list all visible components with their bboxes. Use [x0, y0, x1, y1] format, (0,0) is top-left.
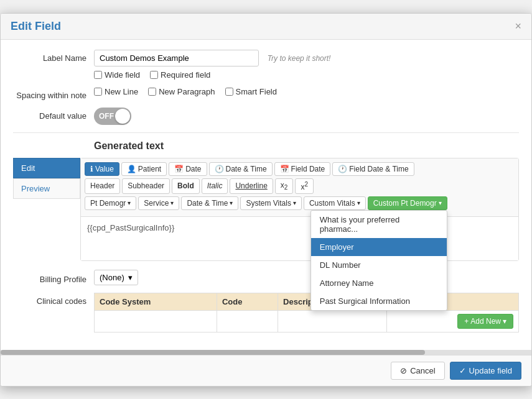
- billing-label: Billing Profile: [13, 271, 94, 284]
- service-button[interactable]: Service: [138, 196, 179, 210]
- custom-vitals-button[interactable]: Custom Vitals: [304, 196, 366, 210]
- wide-field-checkbox[interactable]: [94, 71, 102, 79]
- sidebar: Edit Preview: [13, 158, 80, 261]
- check-icon: ✓: [459, 366, 466, 375]
- subheader-button[interactable]: Subheader: [122, 178, 170, 194]
- date-time2-button[interactable]: Date & Time: [181, 196, 238, 210]
- dropdown-item-0[interactable]: What is your preferred pharmac...: [311, 211, 447, 238]
- service-label: Service: [144, 199, 169, 208]
- smart-field-label: Smart Field: [236, 87, 277, 96]
- default-value-content: OFF: [94, 108, 519, 125]
- update-label: Update field: [469, 366, 512, 375]
- scrollbar-thumb: [1, 350, 425, 355]
- add-new-label: Add New: [470, 317, 501, 326]
- smart-field-checkbox[interactable]: [225, 88, 233, 96]
- system-vitals-button[interactable]: System Vitals: [240, 196, 301, 210]
- toggle-container[interactable]: OFF: [94, 108, 519, 125]
- cancel-button[interactable]: ⊘ Cancel: [391, 362, 444, 380]
- default-value-label: Default value: [13, 108, 94, 121]
- superscript-button[interactable]: x2: [295, 178, 314, 194]
- field-date-label: Field Date: [291, 165, 325, 173]
- dropdown-item-3[interactable]: Attorney Name: [311, 274, 447, 292]
- preview-label: Preview: [21, 184, 50, 193]
- info-icon: ℹ: [90, 165, 93, 173]
- new-paragraph-option[interactable]: New Paragraph: [148, 87, 215, 96]
- update-button[interactable]: ✓ Update field: [450, 362, 521, 380]
- required-field-option[interactable]: Required field: [150, 70, 210, 80]
- clock2-icon: 🕐: [338, 165, 347, 173]
- dropdown-item-1[interactable]: Employer: [311, 238, 447, 256]
- field-date-time-button[interactable]: 🕐 Field Date & Time: [332, 162, 414, 176]
- col-code: Code: [217, 293, 278, 310]
- person-icon: 👤: [127, 165, 136, 173]
- system-vitals-label: System Vitals: [246, 199, 291, 208]
- header-label: Header: [90, 181, 114, 190]
- close-button[interactable]: ×: [515, 21, 521, 32]
- date-button[interactable]: 📅 Date: [169, 162, 207, 176]
- dropdown-item-label-3: Attorney Name: [320, 278, 374, 288]
- empty-code-system: [95, 310, 217, 332]
- cancel-label: Cancel: [410, 366, 435, 375]
- date-time-button[interactable]: 🕐 Date & Time: [209, 162, 273, 176]
- modal-header: Edit Field ×: [1, 14, 531, 40]
- toggle-knob: [115, 109, 130, 124]
- sup-label: x2: [301, 181, 308, 191]
- smart-field-option[interactable]: Smart Field: [225, 87, 277, 96]
- clinical-content: Code System Code Description: [94, 293, 519, 332]
- empty-description: [278, 310, 387, 332]
- required-field-checkbox[interactable]: [150, 71, 158, 79]
- spacing-row: Spacing within note New Line New Paragra…: [13, 87, 519, 100]
- field-date-button[interactable]: 📅 Field Date: [274, 162, 331, 176]
- editor-area[interactable]: {{cpd_PastSurgicalInfo}}: [81, 217, 518, 260]
- plus-icon: +: [464, 317, 469, 326]
- field-options-row: Wide field Required field: [94, 70, 519, 80]
- col-code-system: Code System: [95, 293, 217, 310]
- add-new-button[interactable]: + Add New ▾: [457, 314, 513, 329]
- dropdown-item-label-0: What is your preferred pharmac...: [320, 215, 400, 234]
- dropdown-item-4[interactable]: Past Surgical Information: [311, 292, 447, 310]
- dropdown-item-2[interactable]: DL Number: [311, 256, 447, 274]
- modal-body: Label Name Try to keep it short! Wide fi…: [1, 40, 531, 350]
- billing-caret-icon: ▾: [128, 273, 133, 282]
- toolbar: ℹ Value 👤 Patient 📅 Date: [81, 158, 518, 217]
- value-label: Value: [95, 165, 114, 173]
- ban-icon: ⊘: [400, 366, 407, 375]
- generated-section: Generated text Edit Preview: [13, 140, 519, 261]
- clinical-label: Clinical codes: [13, 293, 94, 306]
- sidebar-item-preview[interactable]: Preview: [13, 178, 80, 199]
- dropdown-item-label-4: Past Surgical Information: [320, 296, 410, 306]
- new-line-option[interactable]: New Line: [94, 87, 138, 96]
- value-button[interactable]: ℹ Value: [85, 162, 119, 176]
- bold-button[interactable]: Bold: [172, 178, 200, 194]
- custom-pt-demogr-button[interactable]: Custom Pt Demogr: [368, 196, 447, 210]
- new-paragraph-checkbox[interactable]: [148, 88, 156, 96]
- billing-dropdown[interactable]: (None) ▾: [94, 270, 138, 285]
- wide-field-option[interactable]: Wide field: [94, 70, 140, 80]
- wide-field-label: Wide field: [105, 70, 140, 80]
- patient-button[interactable]: 👤 Patient: [121, 162, 167, 176]
- italic-button[interactable]: Italic: [202, 178, 228, 194]
- header-button[interactable]: Header: [85, 178, 120, 194]
- dropdown-item-label-2: DL Number: [320, 260, 361, 270]
- editor-panel: ℹ Value 👤 Patient 📅 Date: [80, 158, 519, 261]
- calendar2-icon: 📅: [280, 165, 289, 173]
- edit-label: Edit: [21, 163, 35, 173]
- default-value-toggle[interactable]: OFF: [94, 108, 131, 125]
- sub-label: x2: [281, 181, 288, 191]
- custom-pt-demogr-dropdown-wrapper: Custom Pt Demogr What is your preferred …: [368, 196, 447, 210]
- sidebar-item-edit[interactable]: Edit: [13, 158, 80, 178]
- spacing-content: New Line New Paragraph Smart Field: [94, 87, 519, 96]
- calendar-icon: 📅: [174, 165, 184, 173]
- underline-button[interactable]: Underline: [230, 178, 273, 194]
- label-name-input[interactable]: [94, 50, 259, 66]
- pt-demogr-button[interactable]: Pt Demogr: [85, 196, 136, 210]
- horizontal-scrollbar[interactable]: [1, 350, 531, 355]
- toolbar-row-2: Header Subheader Bold Italic: [85, 178, 515, 194]
- label-hint: Try to keep it short!: [268, 54, 331, 63]
- empty-code: [217, 310, 278, 332]
- subscript-button[interactable]: x2: [275, 178, 294, 194]
- date-label: Date: [185, 165, 201, 173]
- billing-value: (None): [100, 273, 124, 282]
- new-line-checkbox[interactable]: [94, 88, 102, 96]
- spacing-label: Spacing within note: [13, 87, 94, 100]
